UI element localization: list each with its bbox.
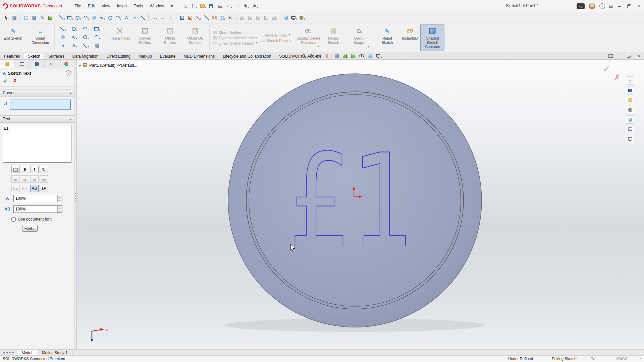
mirror-entities-icon[interactable] xyxy=(211,14,218,21)
minimize-window-button[interactable]: – xyxy=(617,3,622,9)
dropdown-caret-icon[interactable]: ▾ xyxy=(65,29,66,32)
dropdown-caret-icon[interactable]: ▾ xyxy=(200,18,201,20)
tab-scroll-first-icon[interactable]: ◀ xyxy=(3,351,5,354)
tab-surfaces[interactable]: Surfaces xyxy=(44,53,68,59)
tab-scroll-last-icon[interactable]: ▶ xyxy=(12,351,14,354)
minimize-document-button[interactable]: – xyxy=(617,54,622,58)
spinner-up-icon[interactable]: ▴ xyxy=(57,195,62,198)
select-icon[interactable]: ▾ xyxy=(243,2,251,10)
collapse-chevron-icon[interactable]: ▴ xyxy=(70,91,71,95)
dropdown-caret-icon[interactable]: ▾ xyxy=(368,46,369,48)
spline-icon[interactable]: ∿▾ xyxy=(99,14,106,21)
ok-button[interactable]: ✓ xyxy=(3,78,8,84)
curves-selection-box[interactable] xyxy=(10,100,71,110)
dynamic-mirror-button[interactable]: Dynamic Mirror Entities xyxy=(213,36,257,40)
dropdown-caret-icon[interactable]: ▾ xyxy=(76,37,77,40)
help-icon[interactable]: ? xyxy=(599,3,605,9)
centerpoint-arc-icon[interactable]: ▾ xyxy=(83,14,90,21)
offset-entities-icon[interactable] xyxy=(186,14,194,21)
display-style-icon[interactable]: ▾ xyxy=(350,52,358,60)
construction-geometry-icon[interactable] xyxy=(94,42,101,49)
tab-lifecycle-collaboration[interactable]: Lifecycle and Collaboration xyxy=(219,53,275,59)
dimxpertmanager-tab[interactable]: ⊕ xyxy=(45,60,59,68)
restore-document-button[interactable] xyxy=(627,55,630,58)
line-icon[interactable]: ▾ xyxy=(58,14,66,21)
propertymanager-tab[interactable] xyxy=(15,60,30,68)
menu-insert[interactable]: Insert xyxy=(113,2,130,10)
curves-section-header[interactable]: Curves ▴ xyxy=(0,89,74,97)
flip-vertical-button[interactable]: A▲ xyxy=(11,185,20,192)
wireframe-display-icon[interactable] xyxy=(255,14,262,21)
smart-dimension-icon[interactable]: ↔▾ xyxy=(151,14,158,21)
exit-sketch-button[interactable]: ✎ Exit Sketch xyxy=(2,24,24,51)
apps-grid-icon[interactable]: ⊞ xyxy=(609,4,613,9)
hide-show-items-icon[interactable]: ▾ xyxy=(359,52,366,60)
dropdown-caret-icon[interactable]: ▾ xyxy=(88,29,89,32)
appearances-icon[interactable] xyxy=(282,14,290,21)
dropdown-caret-icon[interactable]: ▾ xyxy=(372,56,374,59)
tab-scroll-prev-icon[interactable]: ◀ xyxy=(6,351,8,354)
sketch-picture-button[interactable]: Sketch Picture xyxy=(261,39,290,43)
status-expand-icon[interactable]: ▴ xyxy=(640,357,641,360)
view-orientation-icon[interactable]: ▾ xyxy=(342,52,349,60)
collapse-chevron-icon[interactable]: ▴ xyxy=(70,117,71,121)
dropdown-caret-icon[interactable]: ▾ xyxy=(304,18,305,20)
shaded-display-icon[interactable] xyxy=(238,14,246,21)
dropdown-caret-icon[interactable]: ▾ xyxy=(256,42,257,44)
dropdown-caret-icon[interactable]: ▾ xyxy=(99,29,100,32)
menu-view[interactable]: View xyxy=(98,2,114,10)
convert-entities-icon[interactable] xyxy=(178,14,186,21)
circle-icon[interactable]: ▾ xyxy=(74,14,82,21)
dropdown-caret-icon[interactable]: ▾ xyxy=(75,46,77,48)
close-document-button[interactable]: × xyxy=(636,54,641,58)
hidden-lines-display-icon[interactable] xyxy=(247,14,254,21)
sketch-fillet-icon[interactable]: ▾ xyxy=(115,14,122,21)
use-document-font-checkbox[interactable] xyxy=(11,217,16,222)
settings-icon[interactable]: ✱▾ xyxy=(252,2,259,10)
tab-mbd-dimensions[interactable]: MBD Dimensions xyxy=(180,53,219,59)
save-icon[interactable]: ▾ xyxy=(208,2,216,10)
repair-sketch-button[interactable]: Repair Sketch xyxy=(321,24,345,51)
confirmation-cancel-icon[interactable]: ✗ xyxy=(614,73,620,82)
reference-plane-icon[interactable] xyxy=(31,14,38,21)
extend-entities-icon[interactable] xyxy=(203,14,210,21)
dropdown-caret-icon[interactable]: ▾ xyxy=(364,56,366,59)
grid-system-icon[interactable] xyxy=(22,14,30,21)
dropdown-caret-icon[interactable]: ▾ xyxy=(213,6,215,9)
menu-edit[interactable]: Edit xyxy=(85,2,98,10)
mirror-entities-button[interactable]: Mirror Entities xyxy=(213,31,257,35)
polygon-icon[interactable] xyxy=(91,14,98,21)
dropdown-caret-icon[interactable]: ▾ xyxy=(330,56,332,59)
dropdown-caret-icon[interactable]: ▾ xyxy=(231,6,232,9)
restore-window-button[interactable] xyxy=(627,5,630,8)
offset-entities-button[interactable]: Offset Entities xyxy=(158,24,182,51)
zoom-to-area-icon[interactable]: ▾ xyxy=(308,52,316,60)
expand-tree-icon[interactable]: ▶ xyxy=(79,64,81,67)
section-view-icon[interactable] xyxy=(263,14,270,21)
dropdown-caret-icon[interactable]: ▾ xyxy=(289,34,290,36)
rotate-text-button[interactable]: ↻ xyxy=(40,166,48,173)
menu-file[interactable]: File xyxy=(71,2,85,10)
dropdown-caret-icon[interactable]: ▾ xyxy=(88,18,89,20)
dropdown-caret-icon[interactable]: ▾ xyxy=(318,46,319,48)
align-center-button[interactable] xyxy=(21,175,29,183)
edit-appearance-icon[interactable]: ▾ xyxy=(367,52,374,60)
command-console-icon[interactable]: >_ xyxy=(577,3,585,9)
dropdown-caret-icon[interactable]: ▾ xyxy=(72,18,73,20)
select-icon[interactable] xyxy=(3,14,10,21)
tab-direct-editing[interactable]: Direct Editing xyxy=(102,53,134,59)
flip-horizontal-button[interactable]: A▼ xyxy=(21,185,29,192)
dropdown-caret-icon[interactable]: ▾ xyxy=(205,6,206,9)
sketch-text-input[interactable]: £1 xyxy=(3,125,71,163)
dropdown-caret-icon[interactable]: ▾ xyxy=(88,46,89,48)
dropdown-caret-icon[interactable]: ▾ xyxy=(156,18,157,20)
feature-tree-breadcrumb[interactable]: ▶ Part1 (Default) <<Default... xyxy=(79,63,137,68)
rapid-sketch-button[interactable]: ✎ Rapid Sketch xyxy=(375,24,399,51)
dynamic-annotation-views-icon[interactable] xyxy=(333,52,341,60)
redo-icon[interactable]: ↷ xyxy=(234,2,242,10)
featuremanager-tab[interactable] xyxy=(0,60,15,68)
user-avatar[interactable] xyxy=(589,3,595,9)
instant2d-button[interactable]: 2D Instant2D xyxy=(400,24,419,51)
ellipse-icon[interactable]: ▾ xyxy=(82,34,90,41)
solidworks-resources-icon[interactable]: ⌂ xyxy=(626,76,634,85)
